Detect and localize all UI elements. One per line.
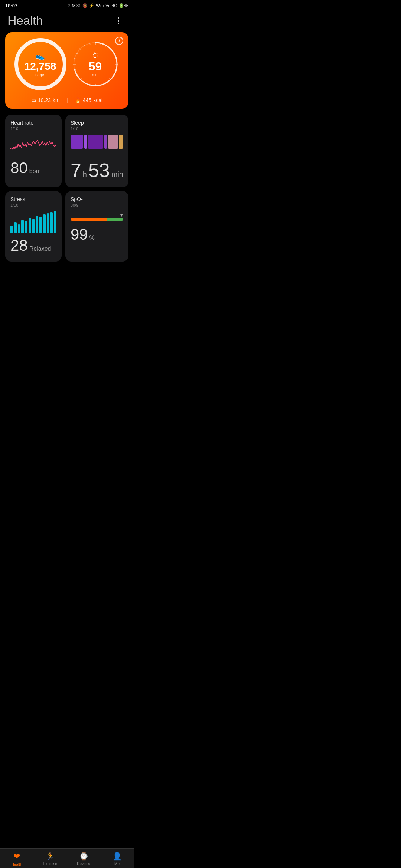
sleep-bar-3 bbox=[88, 135, 103, 149]
spo2-value-row: 99 % bbox=[71, 226, 123, 243]
status-icons: ♡ ↻ 31 🔕 ⚡ WiFi Vo 4G 🔋45 bbox=[66, 3, 128, 8]
stress-bar-2 bbox=[14, 222, 17, 233]
stats-divider: | bbox=[66, 97, 68, 103]
calories-value: 445 bbox=[83, 97, 91, 103]
sleep-value-row: 7 h 53 min bbox=[71, 159, 123, 181]
mute-icon: 🔕 bbox=[82, 3, 88, 8]
sleep-card[interactable]: Sleep 1/10 7 h 53 min bbox=[65, 115, 128, 187]
stress-title: Stress bbox=[10, 196, 56, 202]
wifi-icon: WiFi bbox=[96, 3, 104, 8]
sleep-bar-2 bbox=[84, 135, 87, 149]
heart-rate-value-row: 80 bpm bbox=[10, 160, 56, 177]
stress-bar-13 bbox=[54, 211, 56, 233]
activity-circles: 👟 12,758 steps bbox=[12, 38, 122, 90]
steps-circle-container[interactable]: 👟 12,758 steps bbox=[14, 38, 66, 90]
active-time-inner: ⏱ 59 min bbox=[89, 52, 102, 77]
sleep-date: 1/10 bbox=[71, 126, 123, 131]
svg-line-25 bbox=[89, 43, 90, 45]
heart-rate-chart bbox=[10, 135, 56, 155]
stress-bar-7 bbox=[32, 219, 35, 233]
battery-icon: 🔋45 bbox=[119, 3, 128, 8]
sleep-minutes: 53 bbox=[88, 159, 110, 181]
sleep-bar-4 bbox=[104, 135, 107, 149]
calories-icon: 🔥 bbox=[75, 97, 81, 103]
stress-chart bbox=[10, 211, 56, 233]
stress-value: 28 bbox=[10, 237, 28, 254]
bluetooth-icon: ⚡ bbox=[89, 3, 94, 8]
heart-rate-title: Heart rate bbox=[10, 120, 56, 126]
sleep-deep-bar bbox=[71, 135, 83, 149]
distance-icon: ▭ bbox=[31, 97, 36, 103]
calories-unit: kcal bbox=[93, 97, 102, 103]
spo2-card[interactable]: SpO₂ 30/9 ▼ 99 % bbox=[65, 191, 128, 262]
calendar-icon: 31 bbox=[76, 3, 81, 8]
sleep-unit-min: min bbox=[111, 170, 123, 179]
stress-date: 1/10 bbox=[10, 203, 56, 207]
distance-unit: km bbox=[53, 97, 60, 103]
heart-rate-svg bbox=[10, 135, 56, 155]
steps-value: 12,758 bbox=[25, 61, 56, 72]
stress-bar-6 bbox=[29, 218, 31, 233]
sync-icon: ↻ bbox=[72, 3, 75, 8]
active-time-circle-container[interactable]: ⏱ 59 min bbox=[71, 40, 120, 88]
heart-monitor-icon: ♡ bbox=[66, 3, 70, 8]
spo2-value: 99 bbox=[71, 226, 88, 243]
steps-circle: 👟 12,758 steps bbox=[14, 38, 66, 90]
more-menu-button[interactable]: ⋮ bbox=[111, 14, 126, 27]
sleep-light-bar bbox=[108, 135, 118, 149]
distance-value: 10.23 bbox=[38, 97, 51, 103]
stress-bar-9 bbox=[39, 217, 42, 233]
stress-bar-10 bbox=[43, 214, 46, 233]
stress-bar-8 bbox=[36, 216, 38, 233]
stress-card[interactable]: Stress 1/10 28 Relaxed bbox=[5, 191, 62, 262]
spo2-bar-wrapper: ▼ bbox=[71, 218, 123, 221]
spo2-date: 30/9 bbox=[71, 203, 123, 207]
heart-rate-card[interactable]: Heart rate 1/10 80 bpm bbox=[5, 115, 62, 187]
activity-stats: ▭ 10.23 km | 🔥 445 kcal bbox=[12, 95, 122, 103]
activity-card[interactable]: i 👟 12,758 steps bbox=[5, 32, 128, 109]
metrics-grid: Heart rate 1/10 80 bpm Sleep 1/10 7 h 53… bbox=[0, 115, 134, 262]
network-icon: 4G bbox=[112, 3, 117, 8]
svg-line-21 bbox=[74, 58, 76, 59]
sleep-hours: 7 bbox=[71, 159, 81, 181]
sleep-rem-bar bbox=[119, 135, 123, 149]
header: Health ⋮ bbox=[0, 10, 134, 32]
stress-value-row: 28 Relaxed bbox=[10, 237, 56, 254]
sleep-chart bbox=[71, 135, 123, 149]
spo2-indicator-icon: ▼ bbox=[119, 212, 124, 218]
stress-bar-5 bbox=[25, 221, 27, 233]
sleep-title: Sleep bbox=[71, 120, 123, 126]
stress-bar-11 bbox=[47, 213, 49, 233]
spo2-unit: % bbox=[89, 234, 95, 241]
stress-bar-1 bbox=[10, 226, 13, 233]
sleep-unit-h: h bbox=[83, 170, 87, 179]
steps-label: steps bbox=[35, 72, 45, 77]
heart-rate-date: 1/10 bbox=[10, 126, 56, 131]
spo2-title: SpO₂ bbox=[71, 196, 123, 202]
stress-bar-3 bbox=[18, 224, 20, 233]
timer-icon: ⏱ bbox=[92, 52, 99, 60]
calories-stat: 🔥 445 kcal bbox=[75, 97, 102, 103]
heart-rate-value: 80 bbox=[10, 160, 28, 177]
spo2-bar bbox=[71, 218, 123, 221]
status-bar: 18:07 ♡ ↻ 31 🔕 ⚡ WiFi Vo 4G 🔋45 bbox=[0, 0, 134, 10]
signal-icon: Vo bbox=[105, 3, 110, 8]
active-time-value: 59 bbox=[89, 60, 102, 72]
steps-icon: 👟 bbox=[36, 52, 45, 60]
status-time: 18:07 bbox=[5, 3, 17, 9]
distance-stat: ▭ 10.23 km bbox=[31, 97, 60, 103]
heart-rate-unit: bpm bbox=[29, 168, 41, 175]
stress-bar-4 bbox=[21, 220, 24, 233]
active-time-label: min bbox=[92, 72, 99, 77]
page-title: Health bbox=[7, 13, 43, 28]
stress-label: Relaxed bbox=[29, 246, 51, 252]
stress-bar-12 bbox=[50, 212, 53, 233]
